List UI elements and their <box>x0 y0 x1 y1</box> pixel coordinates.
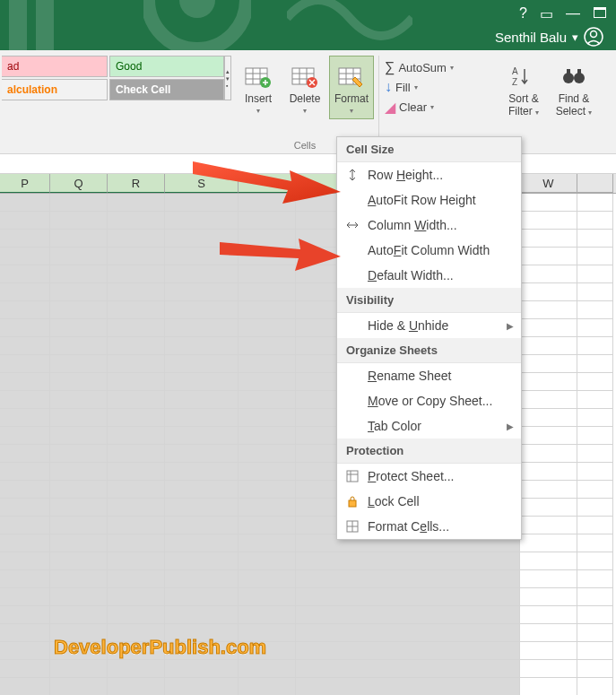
cell[interactable] <box>520 337 577 355</box>
cell[interactable] <box>239 230 296 248</box>
cell[interactable] <box>577 319 613 337</box>
cell[interactable] <box>520 230 577 248</box>
cell[interactable] <box>108 265 165 283</box>
cell[interactable] <box>296 642 520 660</box>
table-row[interactable] <box>0 445 616 463</box>
cell[interactable] <box>0 212 50 230</box>
help-button[interactable]: ? <box>519 5 527 22</box>
column-header[interactable] <box>577 174 613 193</box>
table-row[interactable] <box>0 230 616 248</box>
cell[interactable] <box>50 427 108 445</box>
cell[interactable] <box>0 570 50 588</box>
cell[interactable] <box>0 517 50 534</box>
cell[interactable] <box>239 445 296 463</box>
cell[interactable] <box>577 427 613 445</box>
table-row[interactable] <box>0 534 616 552</box>
cell[interactable] <box>577 678 613 695</box>
menu-autofit-column-width[interactable]: AutoFit Column Width <box>337 238 521 263</box>
cell[interactable] <box>0 355 50 373</box>
cell[interactable] <box>108 534 165 552</box>
cell[interactable] <box>520 606 577 624</box>
cell[interactable] <box>0 337 50 355</box>
cell[interactable] <box>165 409 239 427</box>
cell[interactable] <box>108 248 165 265</box>
cell[interactable] <box>239 248 296 265</box>
cell[interactable] <box>239 391 296 409</box>
cell[interactable] <box>108 552 165 570</box>
cell[interactable] <box>577 283 613 301</box>
table-row[interactable] <box>0 588 616 606</box>
cell[interactable] <box>239 499 296 517</box>
cell[interactable] <box>577 265 613 283</box>
cell[interactable] <box>108 445 165 463</box>
cell[interactable] <box>296 570 520 588</box>
cell[interactable] <box>0 301 50 319</box>
cell[interactable] <box>520 409 577 427</box>
cell[interactable] <box>520 624 577 642</box>
cell[interactable] <box>108 301 165 319</box>
cell[interactable] <box>165 517 239 534</box>
cell[interactable] <box>0 463 50 481</box>
cell[interactable] <box>577 660 613 678</box>
cell[interactable] <box>520 248 577 265</box>
restore-button[interactable]: 🗖 <box>593 5 607 22</box>
table-row[interactable] <box>0 301 616 319</box>
cell[interactable] <box>520 570 577 588</box>
cell[interactable] <box>0 265 50 283</box>
cell[interactable] <box>0 373 50 391</box>
cell[interactable] <box>108 660 165 678</box>
cell[interactable] <box>165 481 239 499</box>
cell[interactable] <box>239 463 296 481</box>
style-calculation[interactable]: alculation <box>2 79 108 100</box>
cell[interactable] <box>577 463 613 481</box>
cell[interactable] <box>577 194 613 212</box>
cell[interactable] <box>239 283 296 301</box>
cell[interactable] <box>520 445 577 463</box>
cell[interactable] <box>577 588 613 606</box>
cell[interactable] <box>50 445 108 463</box>
cell[interactable] <box>50 319 108 337</box>
cell[interactable] <box>0 552 50 570</box>
cell[interactable] <box>0 624 50 642</box>
cell[interactable] <box>520 463 577 481</box>
cell[interactable] <box>239 373 296 391</box>
cell[interactable] <box>108 517 165 534</box>
cell[interactable] <box>0 409 50 427</box>
menu-tab-color[interactable]: Tab Color ▶ <box>337 413 521 439</box>
table-row[interactable] <box>0 355 616 373</box>
column-header[interactable]: S <box>165 174 239 193</box>
cell[interactable] <box>165 373 239 391</box>
cell[interactable] <box>520 481 577 499</box>
cell[interactable] <box>0 283 50 301</box>
column-header[interactable] <box>239 174 296 193</box>
table-row[interactable] <box>0 517 616 534</box>
cell[interactable] <box>296 660 520 678</box>
cell[interactable] <box>239 517 296 534</box>
cell[interactable] <box>520 212 577 230</box>
cell[interactable] <box>165 283 239 301</box>
menu-move-copy-sheet[interactable]: Move or Copy Sheet... <box>337 388 521 413</box>
clear-button[interactable]: ◢ Clear ▾ <box>385 99 490 116</box>
menu-hide-unhide[interactable]: Hide & Unhide ▶ <box>337 313 521 338</box>
table-row[interactable] <box>0 248 616 265</box>
table-row[interactable] <box>0 391 616 409</box>
cell[interactable] <box>239 212 296 230</box>
cell[interactable] <box>239 355 296 373</box>
cell[interactable] <box>165 678 239 695</box>
cell[interactable] <box>165 230 239 248</box>
cell[interactable] <box>165 445 239 463</box>
cell[interactable] <box>108 499 165 517</box>
table-row[interactable] <box>0 319 616 337</box>
table-row[interactable] <box>0 337 616 355</box>
cell[interactable] <box>296 606 520 624</box>
cell[interactable] <box>50 463 108 481</box>
cell[interactable] <box>520 319 577 337</box>
cell[interactable] <box>520 678 577 695</box>
cell[interactable] <box>577 355 613 373</box>
cell[interactable] <box>577 481 613 499</box>
sort-filter-button[interactable]: AZ Sort & Filter ▾ <box>499 56 548 122</box>
table-row[interactable] <box>0 194 616 212</box>
cell[interactable] <box>0 606 50 624</box>
cell[interactable] <box>165 570 239 588</box>
cell[interactable] <box>50 212 108 230</box>
